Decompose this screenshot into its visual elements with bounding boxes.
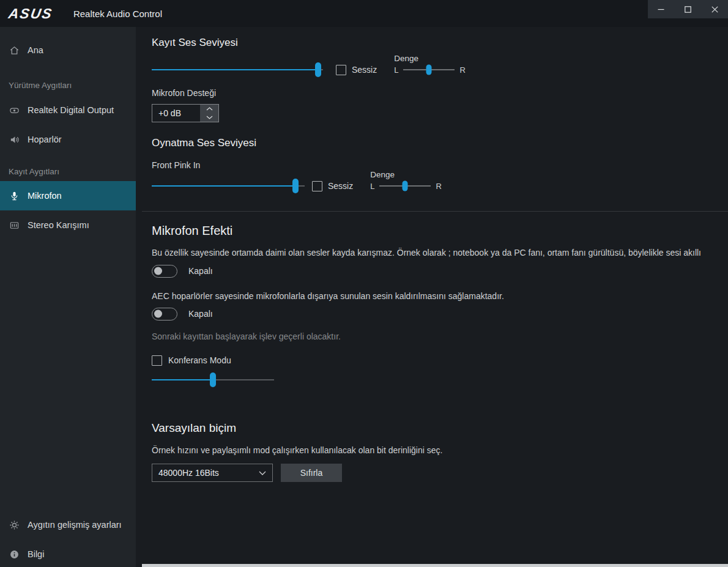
sidebar-item-info[interactable]: Bilgi xyxy=(0,539,136,567)
asus-logo: ASUS xyxy=(7,6,54,22)
balance-right-label: R xyxy=(459,65,465,75)
playback-mute-group: Sessiz xyxy=(312,181,353,191)
maximize-button[interactable] xyxy=(675,0,702,18)
record-balance-label: Denge xyxy=(394,54,466,63)
sidebar-item-label: Realtek Digital Output xyxy=(28,105,114,115)
horizontal-scrollbar[interactable] xyxy=(142,564,728,567)
slider-thumb[interactable] xyxy=(292,179,299,193)
playback-balance-group: Denge L R xyxy=(370,170,442,191)
slider-fill xyxy=(152,379,213,380)
record-volume-title: Kayıt Ses Seviyesi xyxy=(152,35,728,50)
record-balance-group: Denge L R xyxy=(394,54,466,75)
balance-right-label: R xyxy=(436,182,441,191)
playback-volume-slider[interactable] xyxy=(152,179,305,193)
playback-volume-title: Oynatma Ses Seviyesi xyxy=(152,136,728,150)
window-controls xyxy=(648,0,728,18)
noise-suppression-toggle[interactable] xyxy=(152,265,177,278)
playback-mute-label: Sessiz xyxy=(328,181,353,191)
minimize-icon xyxy=(658,6,664,13)
sidebar-item-label: Ana xyxy=(28,45,43,55)
main-content: Kayıt Ses Seviyesi Sessiz Denge L xyxy=(136,27,728,567)
sidebar-item-label: Hoparlör xyxy=(28,135,62,144)
conference-mode-row: Konferans Modu xyxy=(152,355,728,366)
record-balance-slider[interactable] xyxy=(403,65,455,75)
sidebar-item-label: Stereo Karışımı xyxy=(28,220,89,230)
sidebar-item-stereo-mix[interactable]: Stereo Karışımı xyxy=(0,210,136,240)
spin-up-button[interactable] xyxy=(200,105,218,113)
playback-balance-slider[interactable] xyxy=(379,181,431,191)
format-dropdown-value: 48000Hz 16Bits xyxy=(158,468,219,478)
conference-level-slider[interactable] xyxy=(152,372,274,387)
mic-boost-spin-buttons xyxy=(200,105,218,122)
sidebar-item-label: Bilgi xyxy=(28,549,44,559)
format-dropdown[interactable]: 48000Hz 16Bits xyxy=(152,464,273,482)
chevron-down-icon xyxy=(206,116,213,119)
record-mute-label: Sessiz xyxy=(352,65,377,75)
balance-left-label: L xyxy=(394,65,398,75)
sidebar-item-label: Aygıtın gelişmiş ayarları xyxy=(28,520,122,530)
noise-suppression-state: Kapalı xyxy=(188,266,213,276)
mic-effect-title: Mikrofon Efekti xyxy=(152,222,728,239)
aec-state: Kapalı xyxy=(188,309,213,319)
sidebar-item-microphone[interactable]: Mikrofon xyxy=(0,181,136,210)
titlebar: ASUS Realtek Audio Control xyxy=(0,0,728,27)
sidebar-item-label: Mikrofon xyxy=(28,191,62,201)
record-volume-row: Sessiz Denge L R xyxy=(152,56,728,83)
slider-thumb[interactable] xyxy=(210,372,216,387)
noise-suppression-description: Bu özellik sayesinde ortamda daimi olan … xyxy=(152,248,728,258)
info-icon xyxy=(9,549,20,560)
stereo-mix-icon xyxy=(9,220,20,231)
minimize-button[interactable] xyxy=(648,0,675,18)
playback-channel-label: Front Pink In xyxy=(152,160,728,170)
default-format-title: Varsayılan biçim xyxy=(152,420,728,437)
gear-icon xyxy=(9,519,20,530)
sidebar-bottom: Aygıtın gelişmiş ayarları Bilgi xyxy=(0,510,136,567)
slider-fill xyxy=(152,69,318,70)
spin-down-button[interactable] xyxy=(200,113,218,122)
section-divider xyxy=(142,211,728,212)
conference-mode-label: Konferans Modu xyxy=(168,355,231,365)
sidebar-item-home[interactable]: Ana xyxy=(0,35,136,65)
toggle-knob xyxy=(154,310,162,318)
sidebar-item-advanced-device-settings[interactable]: Aygıtın gelişmiş ayarları xyxy=(0,510,136,539)
chevron-down-icon xyxy=(259,471,266,475)
sidebar-section-playback-devices: Yürütme Aygıtları xyxy=(0,81,136,91)
close-button[interactable] xyxy=(701,0,728,18)
aec-toggle[interactable] xyxy=(152,308,177,321)
playback-mute-checkbox[interactable] xyxy=(312,181,322,191)
mic-boost-value: +0 dB xyxy=(152,105,200,122)
sidebar: Ana Yürütme Aygıtları Realtek Digital Ou… xyxy=(0,27,136,567)
speaker-icon xyxy=(9,134,20,145)
record-mute-group: Sessiz xyxy=(336,65,377,75)
slider-thumb[interactable] xyxy=(426,65,432,75)
chevron-up-icon xyxy=(206,107,213,111)
sidebar-item-speaker[interactable]: Hoparlör xyxy=(0,125,136,154)
slider-thumb[interactable] xyxy=(403,181,408,191)
default-format-row: 48000Hz 16Bits Sıfırla xyxy=(152,464,728,482)
window-title: Realtek Audio Control xyxy=(73,9,162,19)
slider-thumb[interactable] xyxy=(315,62,321,77)
balance-left-label: L xyxy=(370,182,374,191)
mic-boost-spinner[interactable]: +0 dB xyxy=(152,104,219,122)
sidebar-section-recording-devices: Kayıt Aygıtları xyxy=(0,167,136,177)
slider-fill xyxy=(152,185,295,187)
effect-note: Sonraki kayıttan başlayarak işlev geçerl… xyxy=(152,332,728,342)
conference-mode-checkbox[interactable] xyxy=(152,355,162,366)
reset-button[interactable]: Sıfırla xyxy=(281,464,342,482)
digital-output-icon xyxy=(9,105,20,116)
record-mute-checkbox[interactable] xyxy=(336,65,346,75)
aec-row: Kapalı xyxy=(152,307,728,321)
playback-volume-row: Sessiz Denge L R xyxy=(152,172,728,199)
toggle-knob xyxy=(154,267,162,275)
sidebar-item-realtek-digital-output[interactable]: Realtek Digital Output xyxy=(0,95,136,125)
mic-boost-label: Mikrofon Desteği xyxy=(152,88,728,98)
realtek-audio-control-window: ASUS Realtek Audio Control Ana Yürütme A… xyxy=(0,0,728,567)
aec-description: AEC hoparlörler sayesinde mikrofonlarla … xyxy=(152,291,728,302)
close-icon xyxy=(711,6,718,13)
home-icon xyxy=(9,45,20,56)
maximize-icon xyxy=(685,6,691,13)
noise-suppression-row: Kapalı xyxy=(152,264,728,278)
record-volume-slider[interactable] xyxy=(152,62,323,77)
playback-balance-label: Denge xyxy=(370,170,442,179)
microphone-icon xyxy=(9,190,20,201)
